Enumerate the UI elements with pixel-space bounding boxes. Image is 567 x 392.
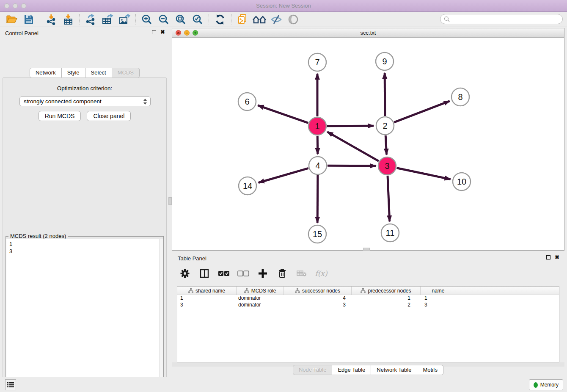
delete-table-icon[interactable] [295,267,309,280]
eye-disabled-icon[interactable] [285,13,302,26]
window-titlebar: Session: New Session [0,0,567,12]
graph-edge-3-1[interactable] [327,132,379,161]
column-header-successor-nodes[interactable]: successor nodes [284,287,352,295]
function-builder-icon[interactable]: f(x) [314,267,328,280]
close-panel-icon[interactable]: ✖ [160,30,165,34]
float-table-panel-icon[interactable] [546,255,550,259]
graph-edge-2-3[interactable] [385,135,386,155]
column-label: MCDS role [251,288,276,294]
zoom-out-icon[interactable] [155,13,172,26]
main-toolbar [0,12,567,27]
network-zoom-button[interactable]: + [193,30,198,36]
graph-edge-1-2[interactable] [327,126,374,126]
save-session-icon[interactable] [20,13,37,26]
settings-gear-icon[interactable] [178,267,192,280]
tab-network-table[interactable]: Network Table [371,365,417,375]
zoom-fit-icon[interactable] [172,13,189,26]
tab-node-table[interactable]: Node Table [293,365,333,375]
result-scrollbar[interactable] [159,239,163,392]
column-layout-icon[interactable] [197,267,212,280]
table-row[interactable]: 3 dominator 3 2 3 [177,302,559,309]
session-networks-icon[interactable] [234,13,251,26]
network-canvas[interactable]: 7968124314101511 [172,38,564,250]
network-minimize-button[interactable]: − [184,30,190,36]
tab-edge-table[interactable]: Edge Table [332,365,371,375]
cell-name[interactable]: 1 [421,295,456,302]
table-panel: Table Panel ✖ f(x) [172,252,564,377]
cell-predecessor-nodes[interactable]: 2 [352,302,421,309]
node-table[interactable]: shared name MCDS role successor nodes pr… [177,286,559,362]
graph-node-label: 3 [385,161,389,171]
column-header-name[interactable]: name [421,287,456,295]
zoom-in-icon[interactable] [138,13,155,26]
mcds-result-text[interactable]: 1 3 [6,239,163,392]
open-file-icon[interactable] [3,13,20,26]
graph-edge-4-15[interactable] [317,175,318,223]
cell-name[interactable]: 3 [421,302,456,309]
graph-edge-3-10[interactable] [397,168,451,179]
tab-network[interactable]: Network [30,68,62,78]
column-header-mcds-role[interactable]: MCDS role [237,287,284,295]
graph-edge-2-9[interactable] [385,73,385,116]
graph-node-label: 6 [245,97,249,106]
graph-edge-1-6[interactable] [258,105,308,123]
hide-preview-icon[interactable] [268,13,285,26]
column-header-shared-name[interactable]: shared name [177,287,237,295]
toolbar-separator [209,14,209,25]
network-window-title: scc.txt [172,28,564,37]
zoom-selected-icon[interactable] [189,13,206,26]
cell-mcds-role[interactable]: dominator [237,295,284,302]
optimization-criterion-label: Optimization criterion: [3,85,166,91]
graph-edge-3-11[interactable] [388,176,390,221]
refresh-icon[interactable] [212,13,228,26]
network-graph[interactable]: 7968124314101511 [172,38,564,250]
graph-edge-2-8[interactable] [394,101,449,122]
export-network-icon[interactable] [82,13,99,26]
mcds-result-title: MCDS result (2 nodes) [8,233,68,239]
column-type-icon [188,288,193,293]
deselect-all-rows-icon[interactable] [236,267,250,280]
search-input[interactable] [440,14,563,24]
import-table-icon[interactable] [60,13,77,26]
select-all-rows-icon[interactable] [217,267,231,280]
status-bar: Memory [0,377,567,392]
vertical-splitter-handle[interactable] [168,197,172,205]
home-layout-icon[interactable] [251,13,268,26]
cell-predecessor-nodes[interactable]: 1 [352,295,421,302]
graph-edge-4-3[interactable] [328,166,376,166]
tab-mcds[interactable]: MCDS [112,68,140,78]
tab-motifs[interactable]: Motifs [417,365,443,375]
cell-shared-name[interactable]: 1 [177,295,237,302]
memory-status-icon [534,382,538,388]
tab-style[interactable]: Style [62,68,85,78]
network-close-button[interactable]: ✕ [176,30,181,36]
cell-successor-nodes[interactable]: 3 [284,302,352,309]
memory-button[interactable]: Memory [529,379,563,390]
export-image-icon[interactable] [116,13,133,26]
close-table-panel-icon[interactable]: ✖ [555,255,559,259]
criterion-select[interactable]: strongly connected component [19,97,151,106]
graph-node-label: 10 [457,177,466,186]
cell-shared-name[interactable]: 3 [177,302,237,309]
close-panel-button[interactable]: Close panel [87,111,131,121]
toolbar-separator [135,14,136,25]
delete-columns-icon[interactable] [275,267,289,280]
cell-mcds-role[interactable]: dominator [237,302,284,309]
graph-edge-4-14[interactable] [259,168,308,182]
cell-successor-nodes[interactable]: 4 [284,295,352,302]
float-panel-icon[interactable] [152,30,156,34]
table-toolbar: f(x) [178,266,328,281]
run-mcds-button[interactable]: Run MCDS [39,111,81,121]
table-panel-title: Table Panel [178,255,206,262]
add-column-icon[interactable] [256,267,270,280]
horizontal-splitter-handle[interactable] [363,248,370,251]
show-panels-button[interactable] [5,379,16,390]
mcds-result-group: MCDS result (2 nodes) 1 3 [6,236,164,392]
network-window-titlebar[interactable]: ✕ − + scc.txt [172,28,564,38]
column-header-predecessor-nodes[interactable]: predecessor nodes [352,287,421,295]
export-table-icon[interactable] [99,13,116,26]
tab-select[interactable]: Select [85,68,112,78]
import-network-icon[interactable] [43,13,60,26]
table-header-row: shared name MCDS role successor nodes pr… [177,287,559,295]
table-row[interactable]: 1 dominator 4 1 1 [177,295,559,302]
